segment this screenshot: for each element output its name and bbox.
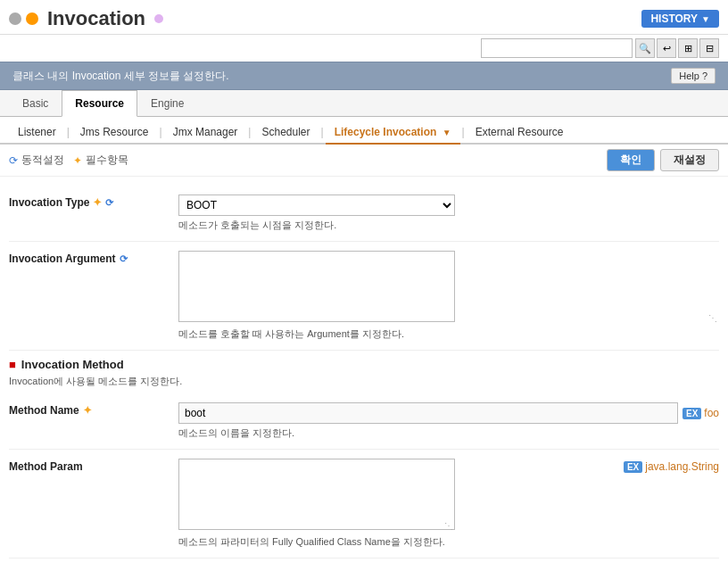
content-area: Invocation Type ✦ ⟳ BOOT SHUTDOWN START … [0,177,728,567]
subtab-lifecycle-invocation-label: Lifecycle Invocation [335,126,437,138]
subtab-listener[interactable]: Listener [9,121,65,145]
method-name-input[interactable] [178,402,678,424]
question-icon: ? [702,70,707,81]
method-name-ex-link[interactable]: EX foo [682,407,719,419]
dynamic-icon: ⟳ [105,197,113,209]
section-desc: Invocation에 사용될 메소드를 지정한다. [9,375,719,388]
subtab-external-resource[interactable]: External Resource [467,121,573,145]
main-tabs: Basic Resource Engine [0,90,728,117]
desc-text: 클래스 내의 Invocation 세부 정보를 설정한다. [12,69,229,84]
subtab-jms-resource[interactable]: Jms Resource [71,121,158,145]
method-name-ex-text: foo [704,407,719,419]
app-title: Invocation [47,7,145,30]
help-label: Help [679,70,699,81]
method-name-star-icon: ✦ [83,404,92,417]
header-left: Invocation [9,7,163,30]
method-param-text: Method Param [9,460,83,473]
invocation-argument-desc: 메소드를 호출할 때 사용하는 Argument를 지정한다. [178,327,719,341]
invocation-argument-textarea[interactable] [178,251,455,322]
invocation-argument-content: 메소드를 호출할 때 사용하는 Argument를 지정한다. [178,251,719,341]
sep1: | [67,126,70,138]
invocation-argument-label: Invocation Argument ⟳ [9,251,178,265]
reset-button-top[interactable]: 재설정 [660,149,719,171]
subtab-lifecycle-invocation[interactable]: Lifecycle Invocation ▼ [326,121,460,145]
sep3: | [248,126,251,138]
method-param-ex-text: java.lang.String [645,460,719,473]
sep5: | [462,126,465,138]
toolbar-right: 확인 재설정 [607,149,719,171]
header-right: HISTORY ▼ [641,10,719,28]
section-icon: ■ [9,358,16,371]
search-input[interactable] [481,38,633,58]
invocation-type-content: BOOT SHUTDOWN START STOP 메소드가 호출되는 시점을 지… [178,194,719,232]
method-name-row: Method Name ✦ EX foo 메소드의 이름을 지정한다. [9,393,719,450]
method-param-row: Method Param EX java.lang.String 메소드의 파라… [9,450,719,559]
search-bar: 🔍 ↩ ⊞ ⊟ [0,35,728,62]
invocation-argument-text: Invocation Argument [9,252,116,265]
history-button[interactable]: HISTORY ▼ [641,10,719,28]
search-button[interactable]: 🔍 [635,38,655,58]
history-label: HISTORY [650,12,698,25]
ex-badge-method: EX [682,408,701,419]
method-param-ex-link[interactable]: EX java.lang.String [624,460,719,473]
toolbar-left: ⟳ 동적설정 ✦ 필수항목 [9,153,128,168]
section-title: Invocation Method [21,358,124,371]
search-buttons: 🔍 ↩ ⊞ ⊟ [635,38,719,58]
tab-engine[interactable]: Engine [137,90,197,116]
dynamic-setting-label: 동적설정 [21,153,64,168]
method-name-label: Method Name ✦ [9,402,178,417]
chevron-down-icon-subtab: ▼ [443,128,451,137]
invocation-type-text: Invocation Type [9,196,89,209]
circle-green [154,14,163,23]
invocation-argument-row: Invocation Argument ⟳ 메소드를 호출할 때 사용하는 Ar… [9,242,719,351]
star-icon: ✦ [73,154,82,167]
header: Invocation HISTORY ▼ [0,0,728,35]
required-star-icon: ✦ [93,196,102,209]
confirm-button-top[interactable]: 확인 [607,149,655,171]
invocation-method-section: ■ Invocation Method [9,351,719,375]
form-toolbar: ⟳ 동적설정 ✦ 필수항목 확인 재설정 [0,145,728,177]
method-param-label: Method Param [9,459,178,473]
refresh-button[interactable]: ↩ [657,38,676,58]
tab-resource[interactable]: Resource [62,90,137,117]
tab-basic[interactable]: Basic [9,90,62,116]
method-name-content: EX foo 메소드의 이름을 지정한다. [178,402,719,440]
method-param-textarea[interactable] [178,459,455,530]
method-name-desc: 메소드의 이름을 지정한다. [178,426,719,440]
required-label: 필수항목 [86,153,128,168]
circle-gray [9,12,21,25]
sep4: | [321,126,324,138]
chevron-down-icon: ▼ [701,14,710,24]
decorative-circles [9,12,38,25]
required-item: ✦ 필수항목 [73,153,128,168]
invocation-type-desc: 메소드가 호출되는 시점을 지정한다. [178,219,719,232]
dynamic-icon-arg: ⟳ [120,253,128,265]
ex-badge-param: EX [624,461,642,473]
method-name-text: Method Name [9,404,79,417]
method-param-desc: 메소드의 파라미터의 Fully Qualified Class Name을 지… [178,535,719,549]
circle-orange [26,12,38,25]
collapse-button[interactable]: ⊟ [699,38,719,58]
desc-bar: 클래스 내의 Invocation 세부 정보를 설정한다. Help ? [0,62,728,90]
method-param-content: EX java.lang.String 메소드의 파라미터의 Fully Qua… [178,459,719,549]
dynamic-setting-item: ⟳ 동적설정 [9,153,64,168]
help-button[interactable]: Help ? [671,68,716,84]
invocation-argument-wrapper [178,251,719,325]
refresh-icon: ⟳ [9,154,18,167]
subtab-jmx-manager[interactable]: Jmx Manager [164,121,247,145]
method-param-wrapper [178,459,455,533]
subtab-scheduler[interactable]: Scheduler [252,121,318,145]
invocation-type-select[interactable]: BOOT SHUTDOWN START STOP [178,194,455,216]
sep2: | [160,126,162,138]
sub-tabs: Listener | Jms Resource | Jmx Manager | … [0,117,728,145]
invocation-type-label: Invocation Type ✦ ⟳ [9,194,178,209]
expand-button[interactable]: ⊞ [678,38,698,58]
invocation-type-row: Invocation Type ✦ ⟳ BOOT SHUTDOWN START … [9,186,719,242]
